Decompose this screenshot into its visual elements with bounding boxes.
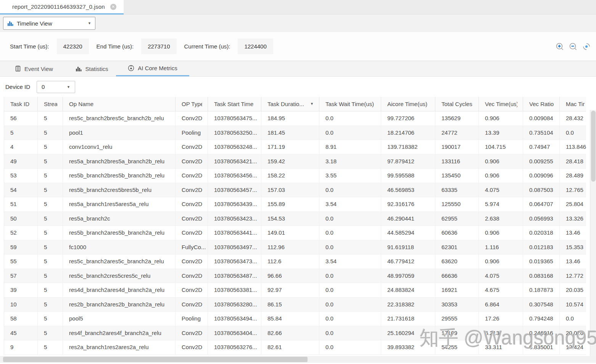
table-cell: 3.18: [319, 155, 381, 169]
table-cell: 15.353: [560, 240, 586, 254]
column-header[interactable]: Aicore Time(us): [381, 97, 435, 111]
table-row[interactable]: 515res5a_branch1res5ares5a_reluConv2D103…: [4, 197, 586, 212]
vertical-scrollbar-thumb[interactable]: [591, 111, 596, 182]
table-cell: 18.214706: [381, 126, 435, 140]
table-cell: 103780563421...: [208, 155, 261, 169]
table-row[interactable]: 455res4f_branch2ares4f_branch2a_reluConv…: [4, 326, 586, 341]
table-cell: 28.432: [560, 111, 586, 126]
reset-view-icon[interactable]: [582, 42, 591, 51]
horizontal-scrollbar-thumb[interactable]: [3, 357, 308, 362]
column-header[interactable]: Op Name: [63, 97, 176, 111]
table-cell: res5b_branch2ares5b_branch2a_relu: [63, 226, 176, 240]
column-header[interactable]: Task ID: [4, 97, 38, 111]
table-row[interactable]: 535res5b_branch2bres5b_branch2b_reluConv…: [4, 169, 586, 183]
table-cell: 5: [38, 155, 63, 169]
table-row[interactable]: 575res5c_branch2cres5cres5c_reluConv2D10…: [4, 269, 586, 283]
table-cell: 0.187873: [523, 283, 560, 297]
table-row[interactable]: 105res2b_branch2ares2b_branch2a_reluConv…: [4, 298, 586, 312]
table-cell: 33.311: [479, 340, 523, 354]
table-cell: 139.718382: [381, 140, 435, 154]
file-tab[interactable]: report_20220901164639327_0.json ✕: [0, 0, 124, 14]
table-row[interactable]: 525res5b_branch2ares5b_branch2a_reluConv…: [4, 226, 586, 240]
table-cell: 44.585294: [381, 226, 435, 240]
column-header[interactable]: Strea...: [38, 97, 63, 111]
table-cell: 0.020318: [523, 226, 560, 240]
current-time-input[interactable]: 1224400: [238, 39, 273, 54]
table-cell: res5a_branch2c: [63, 212, 176, 226]
sort-caret-icon[interactable]: ▼: [310, 97, 314, 111]
table-cell: 171.19: [261, 140, 319, 154]
table-row[interactable]: 55pool1Pooling103780563250...181.450.018…: [4, 126, 586, 140]
start-time-input[interactable]: 422320: [57, 39, 89, 54]
zoom-in-icon[interactable]: [556, 42, 564, 51]
table-cell: 85.84: [261, 312, 319, 326]
zoom-controls: [556, 42, 591, 51]
table-cell: Conv2D: [176, 269, 208, 283]
table-row[interactable]: 555res5c_branch2ares5c_branch2a_reluConv…: [4, 254, 586, 269]
start-time-label: Start Time (us):: [10, 43, 49, 50]
table-cell: 25.804: [560, 197, 586, 211]
tab-ai-core-metrics[interactable]: AI Core Metrics: [116, 61, 189, 76]
table-cell: res5c_branch2bres5c_branch2b_relu: [63, 111, 176, 126]
file-tab-bar: report_20220901164639327_0.json ✕: [0, 0, 596, 14]
table-row[interactable]: 595fc1000FullyCo...103780563497...112.96…: [4, 240, 586, 255]
close-icon[interactable]: ✕: [110, 4, 116, 10]
table-cell: 103780563497...: [208, 240, 261, 254]
table-cell: 104.715: [479, 140, 523, 154]
zoom-out-icon[interactable]: [569, 42, 577, 51]
table-cell: 21.731618: [381, 312, 435, 326]
table-cell: 5: [38, 111, 63, 126]
tab-ai-core-metrics-label: AI Core Metrics: [138, 65, 177, 71]
table-cell: 57: [4, 269, 38, 283]
device-id-select[interactable]: 0 ▼: [37, 81, 75, 93]
horizontal-scrollbar[interactable]: [0, 356, 596, 363]
clipboard-icon: [15, 66, 21, 72]
table-row[interactable]: 585pool5Pooling103780563494...85.840.021…: [4, 312, 586, 326]
column-header[interactable]: OP Type: [176, 97, 208, 111]
end-time-input[interactable]: 2273710: [141, 39, 176, 54]
column-header[interactable]: Task Wait Time(us): [319, 97, 381, 111]
table-cell: 62955: [435, 212, 479, 226]
column-header[interactable]: Total Cycles: [435, 97, 479, 111]
table-cell: 5: [38, 298, 63, 312]
table-cell: 103780563276...: [208, 340, 261, 354]
table-cell: 13.46: [560, 254, 586, 269]
table-cell: FullyCo...: [176, 240, 208, 254]
gauge-icon: [128, 65, 134, 71]
column-header-label: Vec Time(us): [485, 97, 517, 111]
table-cell: 159.42: [261, 155, 319, 169]
table-row[interactable]: 395res4d_branch2ares4d_branch2a_reluConv…: [4, 283, 586, 298]
table-row[interactable]: 495res5a_branch2bres5a_branch2b_reluConv…: [4, 155, 586, 169]
table-cell: Conv2D: [176, 212, 208, 226]
column-header[interactable]: Task Duratio...▼: [261, 97, 319, 111]
table-cell: 5.974: [479, 197, 523, 211]
table-cell: 0.064707: [523, 197, 560, 211]
table-row[interactable]: 505res5a_branch2cConv2D103780563423...15…: [4, 212, 586, 226]
tab-statistics[interactable]: Statistics: [68, 61, 116, 76]
tab-event-view[interactable]: Event View: [0, 61, 68, 76]
column-header[interactable]: Vec Ratio: [523, 97, 560, 111]
table-cell: conv1conv1_relu: [63, 140, 176, 154]
table-row[interactable]: 545res5b_branch2cres5bres5b_reluConv2D10…: [4, 183, 586, 198]
table-cell: 92.97: [261, 283, 319, 297]
table-row[interactable]: 95res2a_branch1res2ares2a_reluConv2D1037…: [4, 340, 586, 355]
table-cell: 103780563381...: [208, 283, 261, 297]
column-header[interactable]: Task Start Time: [208, 97, 261, 111]
table-cell: 0.056993: [523, 212, 560, 226]
table-cell: 28.418: [560, 155, 586, 169]
table-row[interactable]: 45conv1conv1_reluConv2D103780563248...17…: [4, 140, 586, 155]
table-cell: res5b_branch2cres5bres5b_relu: [63, 183, 176, 197]
table-cell: 3.55: [319, 169, 381, 183]
table-cell: 12.424: [560, 340, 586, 354]
column-header-label: Op Name: [69, 97, 170, 111]
view-mode-select[interactable]: Timeline View ▼: [3, 17, 95, 30]
table-cell: res5b_branch2bres5b_branch2b_relu: [63, 169, 176, 183]
table-cell: 0.0: [319, 226, 381, 240]
column-header[interactable]: Mac Tir: [560, 97, 586, 111]
column-header[interactable]: Vec Time(us): [479, 97, 523, 111]
table-cell: 103780563248...: [208, 140, 261, 154]
table-cell: 9: [4, 340, 38, 354]
table-row[interactable]: 565res5c_branch2bres5c_branch2b_reluConv…: [4, 111, 586, 126]
table-cell: 13.46: [560, 226, 586, 240]
vertical-scrollbar[interactable]: [590, 110, 596, 356]
